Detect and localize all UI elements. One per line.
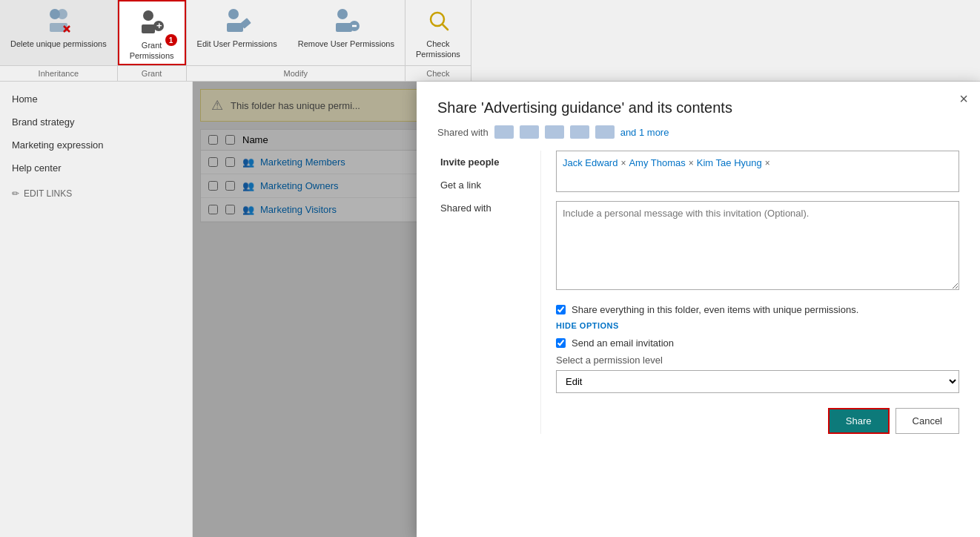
remove-amy-thomas[interactable]: × xyxy=(689,158,694,168)
sidebar-item-marketing-expression[interactable]: Marketing expression xyxy=(0,134,192,157)
svg-point-9 xyxy=(228,9,239,19)
edit-links[interactable]: ✏ EDIT LINKS xyxy=(0,182,192,205)
remove-user-label: Remove User Permissions xyxy=(298,39,394,49)
toolbar-section-modify: Edit User Permissions Remove User Permis… xyxy=(187,0,405,81)
toolbar-section-inheritance: Delete unique permissions Inheritance xyxy=(0,0,118,81)
main-area: Home Brand strategy Marketing expression… xyxy=(0,82,980,537)
modal-nav: Invite people Get a link Shared with xyxy=(437,151,541,434)
svg-point-5 xyxy=(143,10,153,21)
sidebar: Home Brand strategy Marketing expression… xyxy=(0,82,193,537)
send-email-checkbox[interactable] xyxy=(556,338,566,348)
permission-select[interactable]: Edit View only Full Control Read xyxy=(556,370,959,393)
nav-item-invite-people[interactable]: Invite people xyxy=(437,151,532,174)
grant-permissions-button[interactable]: + GrantPermissions 1 xyxy=(118,0,186,65)
toolbar-section-grant: + GrantPermissions 1 Grant xyxy=(118,0,187,81)
nav-item-shared-with[interactable]: Shared with xyxy=(437,197,532,220)
close-button[interactable]: × xyxy=(959,90,968,108)
modal-overlay: × Share 'Advertising guidance' and its c… xyxy=(193,82,980,537)
delete-unique-label: Delete unique permissions xyxy=(10,39,107,49)
svg-point-12 xyxy=(337,9,348,19)
shared-with-bar: Shared with and 1 more xyxy=(437,125,959,139)
check-permissions-label: CheckPermissions xyxy=(416,39,460,60)
message-textarea[interactable] xyxy=(556,201,959,290)
send-email-label: Send an email invitation xyxy=(572,337,674,349)
delete-unique-icon xyxy=(44,6,73,36)
svg-line-17 xyxy=(443,24,448,30)
shared-with-label: Shared with xyxy=(437,127,489,138)
pencil-icon: ✏ xyxy=(12,188,19,199)
delete-unique-button[interactable]: Delete unique permissions xyxy=(0,0,117,65)
remove-user-button[interactable]: Remove User Permissions xyxy=(288,0,405,65)
check-permissions-button[interactable]: CheckPermissions xyxy=(405,0,471,65)
recipient-jack-edward: Jack Edward × xyxy=(563,157,626,168)
edit-links-label: EDIT LINKS xyxy=(24,188,72,199)
recipient-link-1[interactable]: Jack Edward xyxy=(563,157,618,168)
send-email-row: Send an email invitation xyxy=(556,337,959,349)
recipient-amy-thomas: Amy Thomas × xyxy=(629,157,693,168)
modal-body: Invite people Get a link Shared with Jac… xyxy=(437,151,959,434)
modal-title: Share 'Advertising guidance' and its con… xyxy=(437,99,959,116)
sidebar-item-brand-strategy[interactable]: Brand strategy xyxy=(0,111,192,134)
edit-user-button[interactable]: Edit User Permissions xyxy=(187,0,288,65)
sidebar-item-help-center[interactable]: Help center xyxy=(0,157,192,179)
modal-footer: Share Cancel xyxy=(556,408,959,434)
svg-text:+: + xyxy=(156,20,162,31)
recipient-link-2[interactable]: Amy Thomas xyxy=(629,157,685,168)
and-more-link[interactable]: and 1 more xyxy=(620,127,669,138)
modal-form: Jack Edward × Amy Thomas × Kim Tae Hyung… xyxy=(556,151,959,434)
grant-badge: 1 xyxy=(165,34,177,46)
avatar-5 xyxy=(595,125,615,139)
inheritance-section-label: Inheritance xyxy=(0,65,117,81)
edit-user-label: Edit User Permissions xyxy=(197,39,277,49)
check-section-label: Check xyxy=(405,65,471,81)
grant-icon: + xyxy=(137,7,167,37)
permission-level-label: Select a permission level xyxy=(556,355,959,366)
remove-jack-edward[interactable]: × xyxy=(620,158,626,168)
cancel-button[interactable]: Cancel xyxy=(895,408,959,434)
sidebar-item-home[interactable]: Home xyxy=(0,88,192,111)
hide-options-link[interactable]: HIDE OPTIONS xyxy=(556,321,959,330)
svg-point-1 xyxy=(57,9,67,19)
content-area: ⚠ This folder has unique permi... Name 👥… xyxy=(193,82,980,537)
recipient-link-3[interactable]: Kim Tae Hyung xyxy=(697,157,762,168)
share-everything-row: Share everything in this folder, even it… xyxy=(556,304,959,315)
avatar-3 xyxy=(545,125,564,139)
avatar-4 xyxy=(570,125,589,139)
share-button[interactable]: Share xyxy=(828,408,890,434)
recipient-kim-tae-hyung: Kim Tae Hyung × xyxy=(697,157,770,168)
grant-section-label: Grant xyxy=(118,65,186,81)
modify-section-label: Modify xyxy=(187,65,405,81)
svg-rect-6 xyxy=(142,24,155,33)
avatar-1 xyxy=(494,125,514,139)
share-everything-checkbox[interactable] xyxy=(556,305,566,314)
avatar-2 xyxy=(520,125,539,139)
recipient-box[interactable]: Jack Edward × Amy Thomas × Kim Tae Hyung… xyxy=(556,151,959,192)
modal-dialog: × Share 'Advertising guidance' and its c… xyxy=(417,82,980,537)
edit-user-icon xyxy=(222,6,252,36)
remove-kim-tae-hyung[interactable]: × xyxy=(765,158,770,168)
check-icon xyxy=(423,6,453,36)
nav-item-get-link[interactable]: Get a link xyxy=(437,174,532,197)
share-everything-label: Share everything in this folder, even it… xyxy=(572,304,858,315)
remove-user-icon xyxy=(331,6,361,36)
toolbar-section-check: CheckPermissions Check xyxy=(405,0,471,81)
toolbar: Delete unique permissions Inheritance + … xyxy=(0,0,980,82)
